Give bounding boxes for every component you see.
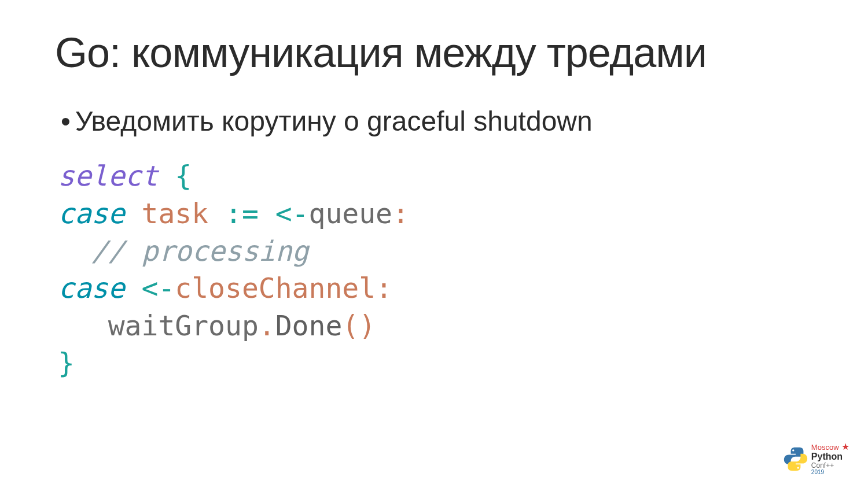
channel-arrow: <- — [275, 197, 309, 230]
brace-open: { — [175, 160, 192, 192]
identifier-task: task — [142, 197, 209, 230]
bullet-marker: • — [61, 108, 71, 135]
code-line-5: waitGroup.Done() — [58, 307, 813, 345]
logo-moscow-line: Moscow ★ — [811, 442, 849, 452]
colon: : — [392, 197, 409, 230]
slide-title: Go: коммуникация между тредами — [55, 29, 813, 76]
identifier-queue: queue — [308, 197, 392, 230]
logo-text-block: Moscow ★ Python Conf++ 2019 — [811, 442, 849, 475]
bullet-text: Уведомить корутину о graceful shutdown — [75, 105, 593, 137]
slide-container: Go: коммуникация между тредами • Уведоми… — [0, 0, 868, 411]
assign-op: := — [208, 197, 275, 230]
code-line-1: select { — [58, 157, 813, 195]
keyword-case: case — [58, 197, 125, 230]
code-block: select { case task := <-queue: // proces… — [55, 157, 813, 382]
paren-close: ) — [359, 309, 376, 342]
code-line-4: case <-closeChannel: — [58, 269, 813, 307]
conference-logo: Moscow ★ Python Conf++ 2019 — [784, 442, 849, 475]
channel-arrow: <- — [142, 272, 175, 304]
svg-point-0 — [792, 449, 794, 451]
logo-moscow: Moscow — [811, 443, 839, 452]
paren-open: ( — [342, 309, 359, 342]
svg-point-1 — [797, 467, 799, 468]
dot: . — [259, 309, 275, 342]
keyword-select: select — [58, 160, 158, 192]
identifier-waitgroup: waitGroup — [108, 309, 259, 342]
logo-conf: Conf++ — [811, 462, 849, 469]
code-line-2: case task := <-queue: — [58, 195, 813, 232]
comment: // processing — [91, 235, 309, 267]
star-icon: ★ — [841, 442, 849, 452]
logo-python: Python — [811, 452, 849, 462]
method-done: Done — [275, 309, 343, 342]
bullet-item: • Уведомить корутину о graceful shutdown — [55, 105, 813, 137]
brace-close: } — [58, 347, 75, 379]
code-line-6: } — [58, 345, 813, 382]
logo-year: 2019 — [811, 469, 849, 476]
code-line-3: // processing — [58, 232, 813, 270]
python-logo-icon — [784, 447, 808, 471]
colon: : — [376, 272, 392, 304]
identifier-closechannel: closeChannel — [175, 272, 376, 304]
keyword-case: case — [58, 272, 125, 304]
